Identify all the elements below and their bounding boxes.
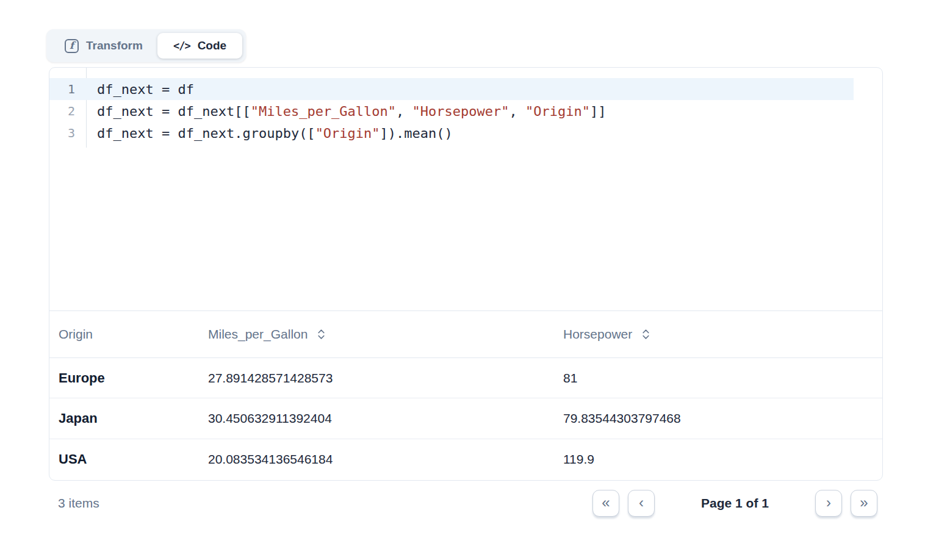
code-line-content: df_next = df_next[["Miles_per_Gallon", "… bbox=[86, 104, 606, 119]
code-line-content: df_next = df_next.groupby(["Origin"]).me… bbox=[86, 126, 453, 141]
sort-icon bbox=[317, 328, 326, 340]
code-token: df_next = df bbox=[97, 82, 194, 97]
previous-page-icon: ‹ bbox=[639, 495, 644, 510]
column-header-origin: Origin bbox=[49, 327, 199, 342]
tab-code-label: Code bbox=[198, 39, 227, 52]
column-header-label: Horsepower bbox=[563, 327, 632, 342]
cell-horsepower: 79.83544303797468 bbox=[554, 411, 882, 426]
code-editor[interactable]: 1 df_next = df 2 df_next = df_next[["Mil… bbox=[49, 68, 882, 311]
code-token-string: "Origin" bbox=[525, 104, 590, 119]
tab-transform[interactable]: f Transform bbox=[50, 33, 157, 59]
code-line: 1 df_next = df bbox=[49, 78, 854, 100]
column-header-label: Origin bbox=[59, 327, 93, 341]
first-page-button[interactable]: « bbox=[592, 490, 619, 517]
last-page-button[interactable]: » bbox=[851, 490, 877, 517]
code-token: ]).mean() bbox=[380, 126, 453, 141]
items-count: 3 items bbox=[58, 496, 99, 511]
column-header-horsepower: Horsepower bbox=[554, 327, 882, 342]
cell-origin: USA bbox=[49, 451, 199, 467]
content-panel: 1 df_next = df 2 df_next = df_next[["Mil… bbox=[49, 67, 883, 481]
table-footer: 3 items « ‹ Page 1 of 1 › » bbox=[49, 490, 877, 517]
line-number: 2 bbox=[49, 104, 86, 118]
code-line-content: df_next = df bbox=[86, 82, 194, 97]
cell-miles-per-gallon: 30.450632911392404 bbox=[199, 411, 554, 426]
cell-origin: Japan bbox=[49, 411, 199, 426]
code-token: , bbox=[396, 104, 412, 119]
sortable-header[interactable]: Miles_per_Gallon bbox=[208, 327, 554, 342]
line-number: 3 bbox=[49, 126, 86, 140]
code-token: ]] bbox=[590, 104, 606, 119]
code-token-string: "Miles_per_Gallon" bbox=[251, 104, 396, 119]
code-icon: </> bbox=[173, 40, 190, 52]
code-token: df_next = df_next.groupby([ bbox=[97, 126, 315, 141]
cell-miles-per-gallon: 20.083534136546184 bbox=[199, 452, 554, 467]
column-header-label: Miles_per_Gallon bbox=[208, 327, 308, 342]
table-row: Europe 27.891428571428573 81 bbox=[49, 358, 882, 398]
tab-code[interactable]: </> Code bbox=[157, 33, 242, 59]
code-line: 3 df_next = df_next.groupby(["Origin"]).… bbox=[49, 122, 882, 144]
last-page-icon: » bbox=[860, 495, 868, 510]
cell-origin: Europe bbox=[49, 370, 199, 386]
code-token: , bbox=[509, 104, 526, 119]
tab-transform-label: Transform bbox=[86, 39, 143, 52]
previous-page-button[interactable]: ‹ bbox=[628, 490, 655, 517]
line-number: 1 bbox=[49, 82, 86, 96]
page-indicator: Page 1 of 1 bbox=[663, 496, 807, 511]
sortable-header[interactable]: Horsepower bbox=[563, 327, 882, 342]
table-header-row: Origin Miles_per_Gallon Horsepower bbox=[49, 311, 882, 358]
code-line: 2 df_next = df_next[["Miles_per_Gallon",… bbox=[49, 100, 882, 122]
cell-horsepower: 119.9 bbox=[554, 452, 882, 467]
pagination-controls: « ‹ Page 1 of 1 › » bbox=[592, 490, 877, 517]
code-token: df_next = df_next[[ bbox=[97, 104, 251, 119]
first-page-icon: « bbox=[602, 495, 610, 510]
sort-icon bbox=[641, 328, 650, 340]
table-row: Japan 30.450632911392404 79.835443037974… bbox=[49, 398, 882, 439]
next-page-button[interactable]: › bbox=[815, 490, 842, 517]
cell-horsepower: 81 bbox=[554, 371, 882, 386]
code-token-string: "Horsepower" bbox=[412, 104, 509, 119]
code-token-string: "Origin" bbox=[315, 126, 380, 141]
view-tabbar: f Transform </> Code bbox=[46, 29, 246, 62]
cell-miles-per-gallon: 27.891428571428573 bbox=[199, 371, 554, 386]
function-icon: f bbox=[65, 39, 79, 53]
column-header-miles-per-gallon: Miles_per_Gallon bbox=[199, 327, 554, 342]
next-page-icon: › bbox=[826, 495, 831, 510]
table-row: USA 20.083534136546184 119.9 bbox=[49, 439, 882, 479]
app-root: f Transform </> Code 1 df_next = df 2 df… bbox=[0, 0, 925, 560]
